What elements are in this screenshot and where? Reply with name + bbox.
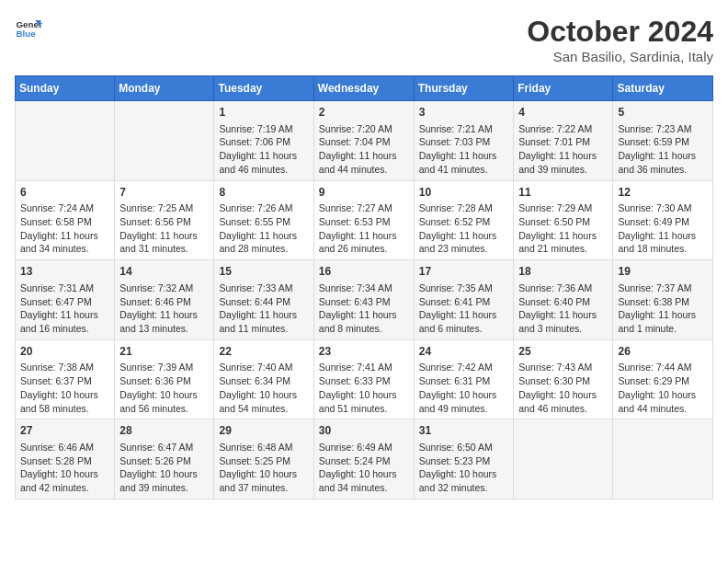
logo-icon: General Blue: [15, 15, 42, 42]
logo: General Blue: [15, 15, 42, 42]
day-info: Sunset: 6:52 PM: [419, 215, 509, 229]
day-number: 10: [419, 185, 509, 201]
calendar-week-row: 27Sunrise: 6:46 AMSunset: 5:28 PMDayligh…: [16, 419, 713, 500]
day-info: Sunrise: 6:50 AM: [419, 441, 509, 454]
day-info: Sunset: 6:59 PM: [618, 135, 708, 149]
day-info: Daylight: 10 hours and 32 minutes.: [419, 467, 509, 494]
day-info: Daylight: 11 hours and 28 minutes.: [219, 229, 308, 256]
day-number: 29: [219, 423, 308, 439]
calendar-cell: 12Sunrise: 7:30 AMSunset: 6:49 PMDayligh…: [613, 180, 713, 260]
calendar-cell: 23Sunrise: 7:41 AMSunset: 6:33 PMDayligh…: [313, 339, 414, 419]
day-info: Sunrise: 6:48 AM: [219, 441, 308, 454]
day-info: Sunset: 5:23 PM: [419, 454, 509, 468]
day-info: Sunrise: 7:40 AM: [219, 361, 308, 374]
calendar-cell: [613, 419, 713, 500]
day-info: Sunset: 6:47 PM: [20, 295, 109, 309]
day-info: Sunset: 6:44 PM: [219, 295, 308, 309]
day-info: Daylight: 11 hours and 13 minutes.: [119, 308, 209, 335]
day-info: Sunset: 6:49 PM: [618, 215, 708, 229]
month-title: October 2024: [527, 15, 713, 49]
day-info: Sunrise: 7:37 AM: [618, 282, 708, 295]
day-info: Daylight: 11 hours and 21 minutes.: [518, 229, 608, 256]
day-info: Sunset: 6:58 PM: [20, 215, 109, 229]
day-info: Sunrise: 6:46 AM: [20, 441, 109, 454]
day-info: Daylight: 11 hours and 6 minutes.: [419, 308, 509, 335]
day-info: Sunrise: 7:27 AM: [319, 201, 409, 215]
day-info: Sunset: 6:30 PM: [518, 374, 608, 388]
day-number: 15: [219, 264, 308, 280]
day-number: 18: [518, 264, 608, 280]
day-info: Daylight: 11 hours and 11 minutes.: [219, 308, 308, 335]
day-info: Sunrise: 7:39 AM: [119, 361, 209, 374]
day-info: Sunrise: 7:43 AM: [518, 361, 608, 374]
calendar-cell: 24Sunrise: 7:42 AMSunset: 6:31 PMDayligh…: [414, 339, 514, 419]
day-info: Sunset: 7:06 PM: [219, 135, 308, 149]
location-subtitle: San Basilio, Sardinia, Italy: [527, 49, 713, 64]
day-info: Sunrise: 7:30 AM: [618, 201, 708, 215]
day-info: Sunrise: 7:24 AM: [20, 201, 109, 215]
day-info: Sunrise: 7:42 AM: [419, 361, 509, 374]
calendar-cell: 5Sunrise: 7:23 AMSunset: 6:59 PMDaylight…: [613, 101, 713, 181]
calendar-table: SundayMondayTuesdayWednesdayThursdayFrid…: [15, 75, 713, 500]
calendar-cell: 28Sunrise: 6:47 AMSunset: 5:26 PMDayligh…: [115, 419, 214, 500]
col-header-thursday: Thursday: [414, 76, 514, 101]
day-info: Sunset: 5:25 PM: [219, 454, 308, 468]
page-header: General Blue October 2024 San Basilio, S…: [15, 15, 713, 64]
calendar-cell: 6Sunrise: 7:24 AMSunset: 6:58 PMDaylight…: [16, 180, 115, 260]
day-info: Sunset: 5:26 PM: [119, 454, 209, 468]
svg-text:Blue: Blue: [17, 29, 37, 39]
day-info: Sunset: 6:29 PM: [618, 374, 708, 388]
day-info: Daylight: 10 hours and 39 minutes.: [119, 467, 209, 494]
day-number: 26: [618, 344, 708, 360]
calendar-cell: 9Sunrise: 7:27 AMSunset: 6:53 PMDaylight…: [313, 180, 414, 260]
day-info: Sunrise: 7:41 AM: [319, 361, 409, 374]
day-number: 17: [419, 264, 509, 280]
day-info: Daylight: 10 hours and 42 minutes.: [20, 467, 109, 494]
day-info: Sunset: 6:40 PM: [518, 295, 608, 309]
day-number: 14: [119, 264, 209, 280]
day-info: Sunset: 5:24 PM: [319, 454, 409, 468]
calendar-cell: 21Sunrise: 7:39 AMSunset: 6:36 PMDayligh…: [115, 339, 214, 419]
day-info: Sunrise: 7:44 AM: [618, 361, 708, 374]
day-info: Sunrise: 7:36 AM: [518, 282, 608, 295]
day-info: Sunrise: 7:35 AM: [419, 282, 509, 295]
calendar-cell: 8Sunrise: 7:26 AMSunset: 6:55 PMDaylight…: [214, 180, 313, 260]
calendar-cell: [514, 419, 613, 500]
day-number: 23: [319, 344, 409, 360]
calendar-cell: 16Sunrise: 7:34 AMSunset: 6:43 PMDayligh…: [313, 260, 414, 340]
calendar-cell: 4Sunrise: 7:22 AMSunset: 7:01 PMDaylight…: [514, 101, 613, 181]
day-info: Daylight: 10 hours and 44 minutes.: [618, 388, 708, 415]
day-info: Sunset: 7:04 PM: [319, 135, 409, 149]
calendar-cell: [115, 101, 214, 181]
day-number: 8: [219, 185, 308, 201]
calendar-cell: 3Sunrise: 7:21 AMSunset: 7:03 PMDaylight…: [414, 101, 514, 181]
day-number: 19: [618, 264, 708, 280]
day-number: 12: [618, 185, 708, 201]
day-info: Daylight: 11 hours and 23 minutes.: [419, 229, 509, 256]
calendar-cell: 30Sunrise: 6:49 AMSunset: 5:24 PMDayligh…: [313, 419, 414, 500]
col-header-sunday: Sunday: [16, 76, 115, 101]
col-header-friday: Friday: [514, 76, 613, 101]
calendar-cell: 22Sunrise: 7:40 AMSunset: 6:34 PMDayligh…: [214, 339, 313, 419]
calendar-week-row: 1Sunrise: 7:19 AMSunset: 7:06 PMDaylight…: [16, 101, 713, 181]
calendar-cell: 25Sunrise: 7:43 AMSunset: 6:30 PMDayligh…: [514, 339, 613, 419]
day-number: 4: [518, 105, 608, 121]
day-number: 20: [20, 344, 109, 360]
day-info: Sunrise: 6:49 AM: [319, 441, 409, 454]
calendar-cell: 19Sunrise: 7:37 AMSunset: 6:38 PMDayligh…: [613, 260, 713, 340]
day-number: 11: [518, 185, 608, 201]
calendar-cell: 14Sunrise: 7:32 AMSunset: 6:46 PMDayligh…: [115, 260, 214, 340]
day-info: Daylight: 11 hours and 8 minutes.: [319, 308, 409, 335]
day-info: Sunset: 6:33 PM: [319, 374, 409, 388]
day-info: Sunset: 7:01 PM: [518, 135, 608, 149]
calendar-cell: 31Sunrise: 6:50 AMSunset: 5:23 PMDayligh…: [414, 419, 514, 500]
day-info: Sunset: 7:03 PM: [419, 135, 509, 149]
day-info: Daylight: 10 hours and 56 minutes.: [119, 388, 209, 415]
day-number: 22: [219, 344, 308, 360]
calendar-cell: [16, 101, 115, 181]
day-info: Sunset: 5:28 PM: [20, 454, 109, 468]
day-number: 2: [319, 105, 409, 121]
calendar-cell: 18Sunrise: 7:36 AMSunset: 6:40 PMDayligh…: [514, 260, 613, 340]
day-number: 28: [119, 423, 209, 439]
calendar-cell: 13Sunrise: 7:31 AMSunset: 6:47 PMDayligh…: [16, 260, 115, 340]
